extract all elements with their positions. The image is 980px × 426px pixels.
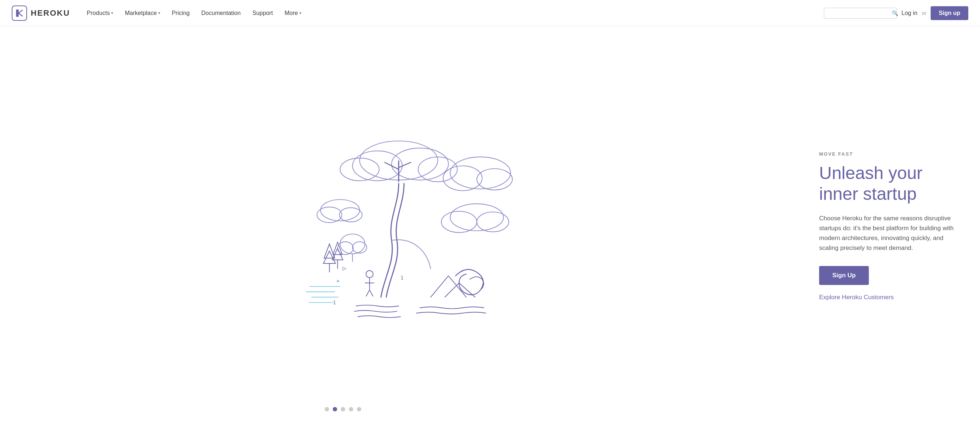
- nav-pricing[interactable]: Pricing: [167, 7, 195, 19]
- svg-text:1: 1: [401, 275, 403, 280]
- hero-eyebrow: MOVE FAST: [819, 151, 958, 157]
- or-separator: or: [922, 10, 926, 16]
- svg-point-11: [477, 212, 509, 232]
- svg-point-33: [366, 270, 373, 277]
- explore-customers-link[interactable]: Explore Heroku Customers: [819, 294, 958, 301]
- nav-links: Products ▾ Marketplace ▾ Pricing Documen…: [81, 7, 824, 19]
- carousel-dot-3[interactable]: [341, 407, 345, 412]
- hero-content: MOVE FAST Unleash your inner startup Cho…: [805, 129, 980, 323]
- svg-point-9: [450, 204, 504, 231]
- carousel-dot-5[interactable]: [357, 407, 361, 412]
- search-input[interactable]: [828, 10, 892, 16]
- hero-description: Choose Heroku for the same reasons disru…: [819, 213, 958, 253]
- svg-text:>: >: [336, 278, 339, 284]
- nav-right: 🔍 Log in or Sign up: [824, 6, 968, 20]
- nav-marketplace[interactable]: Marketplace ▾: [119, 7, 165, 19]
- logo-text: HEROKU: [31, 8, 70, 18]
- svg-line-37: [370, 290, 373, 296]
- chevron-down-icon: ▾: [299, 11, 301, 15]
- search-icon: 🔍: [892, 10, 898, 16]
- hero-title: Unleash your inner startup: [819, 163, 958, 204]
- svg-point-20: [353, 242, 367, 253]
- svg-point-7: [443, 166, 482, 191]
- logo-link[interactable]: HEROKU: [12, 5, 70, 21]
- svg-line-24: [399, 162, 411, 168]
- search-box[interactable]: 🔍: [824, 8, 897, 19]
- svg-point-10: [441, 211, 477, 232]
- signup-button-nav[interactable]: Sign up: [931, 6, 968, 20]
- carousel-dot-4[interactable]: [349, 407, 353, 412]
- nav-more[interactable]: More ▾: [279, 7, 306, 19]
- svg-text:▷: ▷: [343, 264, 347, 272]
- login-link[interactable]: Log in: [901, 10, 918, 16]
- hero-illustration: ▷ > 1 1: [0, 112, 805, 340]
- chevron-down-icon: ▾: [158, 11, 160, 15]
- nav-support[interactable]: Support: [247, 7, 278, 19]
- chevron-down-icon: ▾: [111, 11, 113, 15]
- carousel-dot-2[interactable]: [333, 407, 337, 412]
- main-nav: HEROKU Products ▾ Marketplace ▾ Pricing …: [0, 0, 980, 26]
- hero-signup-button[interactable]: Sign Up: [819, 266, 869, 285]
- svg-point-40: [339, 207, 362, 222]
- logo-icon: [12, 5, 27, 21]
- nav-documentation[interactable]: Documentation: [196, 7, 246, 19]
- svg-line-36: [366, 290, 370, 296]
- svg-point-2: [353, 151, 402, 181]
- svg-point-39: [317, 207, 342, 223]
- nav-products[interactable]: Products ▾: [81, 7, 118, 19]
- hero-section: ▷ > 1 1 MOVE FAST Unleash your inner sta…: [0, 26, 980, 426]
- svg-text:1: 1: [333, 299, 336, 306]
- carousel-dots: [325, 407, 361, 412]
- carousel-dot-1[interactable]: [325, 407, 329, 412]
